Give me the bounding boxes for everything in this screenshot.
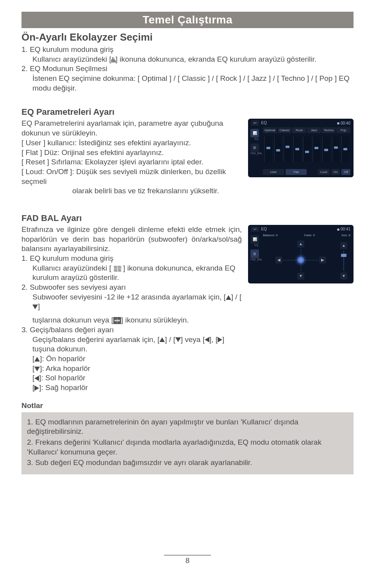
s1-item1-body: Kullanıcı arayüzündeki [] ikonuna dokunu… <box>21 55 354 64</box>
arrow-right-icon: ▶ <box>319 257 326 264</box>
triangle-up-icon <box>159 337 165 342</box>
balance-grid: ▲ ▼ ◀ ▶ <box>275 241 326 280</box>
triangle-right-icon <box>34 385 39 391</box>
eq-mode-tabs: Optimal Classic Rock Jazz Techno Pop <box>263 127 350 133</box>
fad-bal-text: Etrafınıza ve ilginize göre dengeli dinl… <box>21 225 242 393</box>
arrow-down-icon: ▼ <box>340 273 347 280</box>
fad-bal-tab-icon: ⊞ <box>250 249 259 258</box>
section-title-fad-bal: FAD BAL Ayarı <box>21 213 354 223</box>
title-bar: Temel Çalıştırma <box>21 12 354 28</box>
back-icon: ↩ <box>251 120 259 126</box>
triangle-left-icon <box>205 337 209 342</box>
arrow-up-icon: ▲ <box>340 242 347 249</box>
section-title-eq-params: EQ Parametreleri Ayarı <box>21 107 354 117</box>
s1-item2-body: İstenen EQ seçimine dokunma: [ Optimal ]… <box>21 74 354 93</box>
triangle-down-icon <box>175 337 181 342</box>
item-label: EQ kurulum moduna giriş <box>30 45 113 53</box>
slider-icon <box>113 317 121 324</box>
fad-bal-screenshot: ↩ EQ 00:41 📊 EQ ⊞ FAD_BAL Balance: 0 Fad… <box>248 225 354 283</box>
notes-title: Notlar <box>21 401 354 410</box>
s1-item2-heading: 2. EQ Modunun Seçilmesi <box>21 64 354 74</box>
eq-bars-icon <box>111 57 116 62</box>
triangle-up-icon <box>226 295 231 300</box>
balance-center-icon <box>297 257 304 264</box>
manual-page: Temel Çalıştırma Ön-Ayarlı Ekolayzer Seç… <box>0 0 375 573</box>
arrow-down-icon: ▼ <box>297 273 304 280</box>
fad-bal-tab-icon: ⊞ <box>250 143 259 152</box>
eq-tab-icon: 📊 <box>250 235 259 244</box>
page-title: Temel Çalıştırma <box>21 12 354 28</box>
arrow-left-icon: ◀ <box>275 257 282 264</box>
eq-tab-icon: 📊 <box>250 129 259 137</box>
item-label: EQ Modunun Seçilmesi <box>30 64 107 73</box>
eq-params-text: EQ Parametrelerini ayarlamak için, param… <box>21 119 242 196</box>
sub-slider: ▲ ▼ <box>339 242 349 280</box>
section-title-preset-eq: Ön-Ayarlı Ekolayzer Seçimi <box>21 31 354 43</box>
list-number: 2. <box>21 64 30 73</box>
s1-item1-heading: 1. EQ kurulum moduna giriş <box>21 45 354 55</box>
page-number: 8 <box>21 552 354 565</box>
triangle-down-icon <box>34 367 40 371</box>
triangle-right-icon <box>218 337 222 342</box>
eq-screenshot: ↩ EQ 00:40 📊 EQ ⊞ FAD_BAL Optimal Classi… <box>248 119 354 177</box>
back-icon: ↩ <box>251 226 259 232</box>
waves-icon: ≋≋≋≋ <box>113 265 121 272</box>
list-number: 1. <box>21 45 30 53</box>
eq-sliders <box>264 135 350 163</box>
triangle-left-icon <box>34 376 39 381</box>
triangle-down-icon <box>32 305 38 309</box>
triangle-up-icon <box>34 357 40 362</box>
notes-box: 1. EQ modlarının parametrelerinin ön aya… <box>21 412 354 474</box>
arrow-up-icon: ▲ <box>297 241 304 248</box>
